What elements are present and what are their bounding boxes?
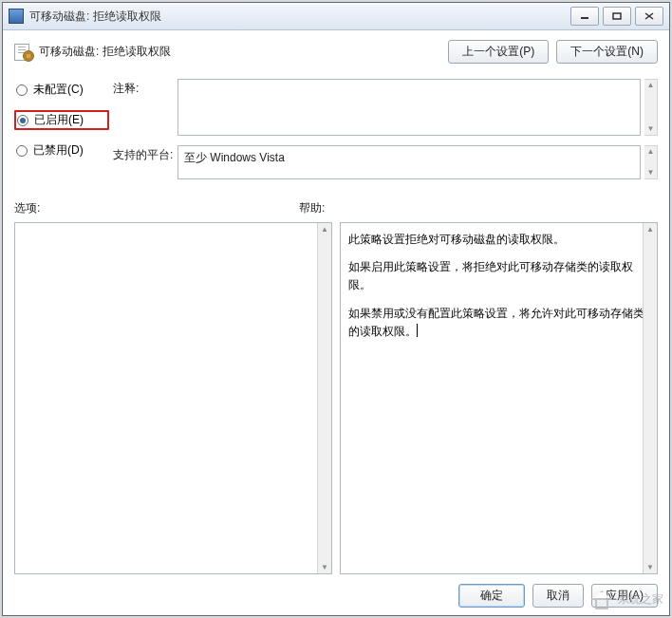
radio-icon bbox=[17, 115, 28, 126]
help-paragraph: 如果禁用或没有配置此策略设置，将允许对此可移动存储类的读取权限。 bbox=[348, 305, 647, 341]
apply-button[interactable]: 应用(A) bbox=[591, 584, 658, 608]
lower-labels: 选项: 帮助: bbox=[14, 200, 658, 216]
scroll-down-icon: ▼ bbox=[646, 563, 654, 571]
state-radio-group: 未配置(C) 已启用(E) 已禁用(D) bbox=[14, 79, 109, 159]
radio-not-configured[interactable]: 未配置(C) bbox=[14, 81, 109, 99]
radio-label: 已启用(E) bbox=[34, 112, 84, 128]
radio-disabled[interactable]: 已禁用(D) bbox=[14, 141, 109, 159]
scroll-down-icon: ▼ bbox=[647, 125, 655, 133]
titlebar: 可移动磁盘: 拒绝读取权限 bbox=[3, 3, 669, 30]
next-setting-button[interactable]: 下一个设置(N) bbox=[556, 40, 658, 64]
dialog-window: 可移动磁盘: 拒绝读取权限 可移动磁盘: 拒绝读取权限 上一个设置(P) 下一个… bbox=[2, 2, 670, 616]
help-pane[interactable]: 此策略设置拒绝对可移动磁盘的读取权限。 如果启用此策略设置，将拒绝对此可移动存储… bbox=[340, 222, 658, 574]
config-grid: 未配置(C) 已启用(E) 已禁用(D) 注释: ▲ ▼ 支持的平台: 至少 W… bbox=[14, 79, 658, 179]
app-icon bbox=[9, 9, 24, 24]
cancel-button[interactable]: 取消 bbox=[532, 584, 584, 608]
help-paragraph: 如果启用此策略设置，将拒绝对此可移动存储类的读取权限。 bbox=[348, 258, 647, 294]
options-label: 选项: bbox=[14, 200, 299, 216]
header-row: 可移动磁盘: 拒绝读取权限 上一个设置(P) 下一个设置(N) bbox=[14, 40, 658, 64]
platform-textarea[interactable]: 至少 Windows Vista bbox=[177, 145, 641, 179]
radio-label: 未配置(C) bbox=[33, 82, 84, 98]
close-icon bbox=[644, 12, 654, 20]
help-scrollbar[interactable]: ▲ ▼ bbox=[643, 223, 657, 573]
radio-icon bbox=[16, 145, 28, 157]
ok-button[interactable]: 确定 bbox=[458, 584, 525, 608]
platform-scrollbar[interactable]: ▲ ▼ bbox=[644, 145, 658, 179]
footer: 确定 取消 应用(A) bbox=[14, 574, 658, 608]
scroll-down-icon: ▼ bbox=[647, 169, 655, 177]
prev-setting-button[interactable]: 上一个设置(P) bbox=[448, 40, 549, 64]
minimize-icon bbox=[580, 12, 589, 20]
comment-label: 注释: bbox=[113, 79, 174, 97]
close-button[interactable] bbox=[635, 7, 663, 26]
options-scrollbar[interactable]: ▲ ▼ bbox=[317, 223, 331, 573]
scroll-up-icon: ▲ bbox=[647, 82, 655, 89]
content-area: 可移动磁盘: 拒绝读取权限 上一个设置(P) 下一个设置(N) 未配置(C) 已… bbox=[3, 30, 669, 615]
scroll-up-icon: ▲ bbox=[321, 225, 328, 234]
scroll-up-icon: ▲ bbox=[647, 148, 655, 156]
comment-textarea[interactable] bbox=[177, 79, 641, 136]
window-title: 可移动磁盘: 拒绝读取权限 bbox=[29, 9, 567, 25]
comment-scrollbar[interactable]: ▲ ▼ bbox=[644, 79, 658, 136]
maximize-button[interactable] bbox=[603, 7, 631, 26]
minimize-button[interactable] bbox=[570, 7, 599, 26]
nav-buttons: 上一个设置(P) 下一个设置(N) bbox=[448, 40, 658, 64]
help-content: 此策略设置拒绝对可移动磁盘的读取权限。 如果启用此策略设置，将拒绝对此可移动存储… bbox=[341, 223, 657, 573]
policy-icon bbox=[14, 44, 33, 61]
options-content bbox=[15, 223, 331, 573]
panes: ▲ ▼ 此策略设置拒绝对可移动磁盘的读取权限。 如果启用此策略设置，将拒绝对此可… bbox=[14, 222, 658, 574]
radio-enabled[interactable]: 已启用(E) bbox=[14, 110, 109, 130]
svg-rect-1 bbox=[613, 13, 621, 19]
radio-label: 已禁用(D) bbox=[33, 142, 84, 159]
help-paragraph: 此策略设置拒绝对可移动磁盘的读取权限。 bbox=[348, 231, 647, 249]
scroll-down-icon: ▼ bbox=[321, 563, 328, 571]
radio-icon bbox=[16, 84, 28, 96]
text-cursor bbox=[417, 324, 418, 337]
platform-label: 支持的平台: bbox=[113, 145, 174, 163]
scroll-up-icon: ▲ bbox=[646, 225, 654, 234]
maximize-icon bbox=[612, 12, 622, 20]
options-pane[interactable]: ▲ ▼ bbox=[14, 222, 332, 574]
help-label: 帮助: bbox=[299, 200, 325, 216]
policy-title: 可移动磁盘: 拒绝读取权限 bbox=[39, 44, 448, 60]
